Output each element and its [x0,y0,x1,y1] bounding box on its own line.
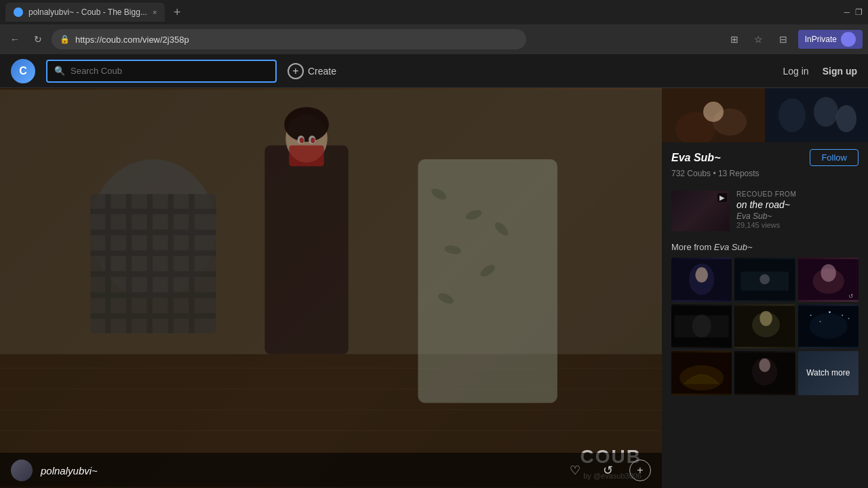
active-tab[interactable]: polnalyubvi~ - Coub - The Bigg... × [5,3,165,22]
back-button[interactable]: ← [5,30,24,49]
thumbnail-item-1[interactable] [671,258,732,302]
thumbnail-item-7[interactable] [671,351,732,395]
banner-thumb-right [765,88,868,142]
svg-point-52 [821,264,835,282]
browser-chrome: polnalyubvi~ - Coub - The Bigg... × + ─ … [0,0,868,54]
restore-button[interactable]: ❐ [855,7,863,17]
svg-point-46 [695,267,708,282]
more-thumbnails-grid: ↺ [671,258,859,395]
logo-text: C [19,65,27,77]
svg-point-63 [810,314,811,316]
recoub-video-icon: ▶ [717,193,727,202]
video-username: polnalyubvi~ [41,465,98,476]
video-placeholder: COUB by @evasub3006 [0,88,662,488]
svg-point-59 [760,311,773,326]
svg-point-67 [842,314,843,316]
login-button[interactable]: Log in [783,66,809,77]
thumbnail-item-8[interactable] [734,351,795,395]
inprivate-label: InPrivate [805,35,837,44]
search-input[interactable] [71,66,269,76]
thumbnail-item-3[interactable]: ↺ [798,258,859,302]
favorites-icon[interactable]: ☆ [749,30,768,49]
recoub-views: 29,145 views [736,221,859,229]
svg-point-72 [760,359,771,372]
inprivate-button[interactable]: InPrivate [798,30,863,49]
channel-header [662,88,868,142]
tab-close-button[interactable]: × [153,8,157,16]
refresh-button[interactable]: ↻ [28,30,47,49]
url-text: https://coub.com/view/2j358p [75,35,189,45]
search-icon: 🔍 [54,66,65,76]
sidebar: Eva Sub~ Follow 732 Coubs • 13 Reposts ▶… [662,88,868,488]
collections-icon[interactable]: ⊟ [774,30,793,49]
recoub-author: Eva Sub~ [736,211,859,221]
new-tab-button[interactable]: + [167,3,186,22]
auth-buttons: Log in Sign up [783,66,857,77]
thumbnail-item-2[interactable] [734,258,795,302]
thumbnail-item-6[interactable] [798,304,859,348]
svg-point-56 [692,314,711,337]
address-bar[interactable]: 🔒 https://coub.com/view/2j358p [52,29,526,49]
create-plus-icon: + [288,63,304,79]
lock-icon: 🔒 [60,35,70,44]
thumbnail-item-5[interactable] [734,304,795,348]
recoub-thumbnail[interactable]: ▶ [671,190,730,231]
svg-text:↺: ↺ [848,293,854,300]
create-label: Create [308,66,336,77]
page-content: C 🔍 + Create Log in Sign up [0,54,868,488]
top-nav: C 🔍 + Create Log in Sign up [0,54,868,88]
like-button[interactable]: ♡ [564,460,586,481]
channel-name: Eva Sub~ [671,152,720,164]
svg-point-39 [703,102,724,122]
svg-point-49 [760,274,770,285]
recoub-section: ▶ RECOUED FROM on the road~ Eva Sub~ 29,… [662,185,868,237]
channel-name-row: Eva Sub~ Follow [671,149,859,166]
minimize-button[interactable]: ─ [844,7,850,17]
tab-favicon [14,7,23,17]
svg-rect-35 [0,89,662,487]
coub-logo[interactable]: C [11,59,35,83]
extensions-icon[interactable]: ⊞ [725,30,744,49]
add-to-button[interactable]: + [629,460,651,481]
recoub-info: RECOUED FROM on the road~ Eva Sub~ 29,14… [736,190,859,229]
svg-point-42 [814,97,838,127]
profile-avatar [841,32,856,47]
svg-point-65 [848,318,849,319]
more-from-title: More from Eva Sub~ [671,242,859,252]
main-layout: COUB by @evasub3006 polnalyubvi~ ♡ ↺ + [0,88,868,488]
video-user-avatar[interactable] [11,460,33,481]
search-box[interactable]: 🔍 [46,60,277,83]
recoub-label: RECOUED FROM [736,190,859,198]
video-actions: ♡ ↺ + [564,460,651,481]
tab-title: polnalyubvi~ - Coub - The Bigg... [28,7,147,17]
recoub-title: on the road~ [736,199,859,210]
video-bottom-bar: polnalyubvi~ ♡ ↺ + [0,453,662,488]
video-frame [0,88,662,488]
recoub-button[interactable]: ↺ [597,460,618,481]
create-button[interactable]: + Create [288,63,336,79]
svg-point-64 [829,311,831,313]
channel-info: Eva Sub~ Follow 732 Coubs • 13 Reposts [662,142,868,185]
thumbnail-item-4[interactable] [671,304,732,348]
watch-more-label: Watch more [806,368,850,379]
nav-bar: ← ↻ 🔒 https://coub.com/view/2j358p ⊞ ☆ ⊟… [0,24,868,54]
watch-more-button[interactable]: Watch more [798,351,859,395]
svg-point-41 [778,98,806,132]
banner-thumb-left [662,88,765,142]
follow-button[interactable]: Follow [810,149,859,166]
svg-point-62 [809,313,847,338]
signup-button[interactable]: Sign up [823,66,857,77]
channel-stats: 732 Coubs • 13 Reposts [671,169,859,178]
svg-point-43 [836,105,856,132]
title-bar: polnalyubvi~ - Coub - The Bigg... × + ─ … [0,0,868,24]
svg-point-66 [819,321,821,323]
more-from-section: More from Eva Sub~ [662,237,868,398]
video-area[interactable]: COUB by @evasub3006 polnalyubvi~ ♡ ↺ + [0,88,662,488]
channel-banner [662,88,868,142]
